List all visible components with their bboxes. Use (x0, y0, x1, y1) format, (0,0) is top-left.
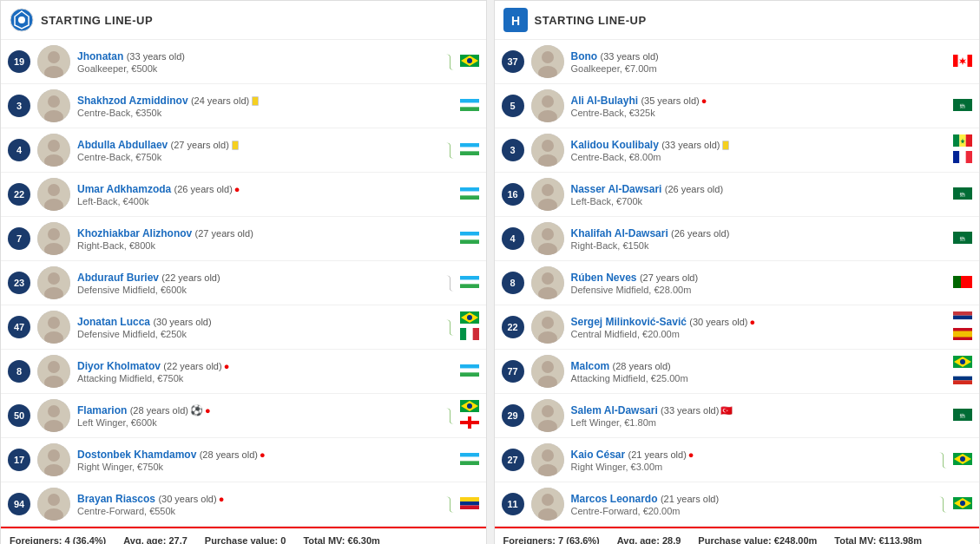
player-name-link[interactable]: Kaio César (571, 449, 626, 461)
player-position-value: Defensive Midfield, €28.00m (571, 285, 944, 295)
jersey-number: 77 (502, 360, 524, 383)
player-action-icons: ⎱ (442, 495, 455, 514)
player-position-value: Centre-Back, €8.00m (571, 152, 944, 162)
player-info: Diyor Kholmatov (22 years old)● Attackin… (77, 360, 450, 383)
player-name-link[interactable]: Abdulla Abdullaev (77, 139, 168, 151)
player-flags: ﷺ (953, 409, 972, 423)
player-position-value: Right Winger, €3.00m (571, 462, 931, 472)
player-name-link[interactable]: Salem Al-Dawsari (571, 404, 658, 416)
jersey-number: 17 (8, 449, 30, 471)
shirt-icon: ⎱ (445, 495, 455, 514)
player-meta: (33 years old) (601, 51, 659, 62)
player-flags (953, 453, 972, 468)
player-name-link[interactable]: Dostonbek Khamdamov (77, 449, 196, 461)
svg-point-4 (48, 51, 60, 63)
player-info: Bono (33 years old) Goalkeeper, €7.00m (571, 50, 944, 74)
player-name-link[interactable]: Khozhiakbar Alizhonov (77, 227, 192, 239)
player-flags (953, 356, 972, 387)
flag-sa: ﷺ (953, 187, 972, 202)
svg-point-85 (542, 95, 554, 108)
jersey-number: 8 (502, 272, 524, 294)
red-marker-icon: ● (234, 184, 240, 194)
player-meta: (22 years old) (161, 272, 220, 283)
player-name-link[interactable]: Brayan Riascos (77, 493, 155, 505)
left-team-logo (10, 8, 34, 32)
turkey-icon: 🇹🇷 (720, 405, 733, 416)
player-name-link[interactable]: Diyor Kholmatov (77, 360, 161, 372)
player-name-link[interactable]: Malcom (571, 360, 610, 372)
jersey-number: 22 (8, 183, 30, 206)
player-meta: (27 years old) (640, 272, 698, 283)
player-action-icons: ⎱ (442, 274, 455, 292)
svg-rect-24 (460, 187, 479, 192)
player-meta: (26 years old) (671, 228, 729, 239)
jersey-number: 4 (8, 139, 30, 161)
svg-point-105 (542, 228, 554, 240)
player-avatar (37, 222, 70, 255)
player-name-link[interactable]: Flamarion (77, 404, 127, 416)
player-meta: (35 years old) (641, 95, 699, 106)
jersey-number: 50 (8, 404, 30, 427)
right-footer: Foreigners: 7 (63.6%) Avg. age: 28.9 Pur… (495, 527, 980, 544)
svg-point-22 (48, 184, 60, 196)
player-name-link[interactable]: Ali Al-Bulayhi (571, 95, 639, 107)
player-action-icons: ⎱ (442, 318, 455, 337)
player-meta: (33 years old) (661, 140, 720, 150)
player-info: Jonatan Lucca (30 years old) Defensive M… (77, 316, 437, 339)
svg-text:ﷺ: ﷺ (959, 413, 965, 418)
player-info: Khalifah Al-Dawsari (26 years old) Right… (571, 227, 944, 251)
player-name-link[interactable]: Jhonatan (77, 50, 123, 62)
svg-rect-26 (460, 195, 479, 200)
flag-br (460, 400, 479, 415)
player-avatar (531, 488, 564, 521)
player-name-link[interactable]: Khalifah Al-Dawsari (571, 227, 668, 239)
player-avatar (531, 399, 564, 432)
player-name-link[interactable]: Sergej Milinković-Savić (571, 316, 687, 328)
svg-rect-117 (953, 311, 972, 316)
player-action-icons: ⎱ (442, 141, 455, 160)
flag-pt (953, 276, 972, 291)
player-row: 29 Salem Al-Dawsari (33 years old)🇹🇷 Lef… (495, 394, 980, 438)
svg-rect-97 (959, 151, 965, 163)
player-name-link[interactable]: Marcos Leonardo (571, 493, 658, 505)
player-name-link[interactable]: Umar Adkhamzoda (77, 183, 171, 195)
svg-rect-14 (460, 107, 479, 111)
svg-point-64 (48, 449, 60, 462)
player-info: Shakhzod Azmiddinov (24 years old) Centr… (77, 95, 450, 118)
player-name-link[interactable]: Kalidou Koulibaly (571, 139, 659, 151)
player-action-icons: ⎱ (442, 407, 455, 425)
player-avatar (531, 222, 564, 255)
svg-rect-36 (460, 276, 479, 280)
svg-rect-62 (460, 421, 479, 424)
player-info: Flamarion (28 years old)⚽● Left Winger, … (77, 404, 437, 428)
player-row: 4 Khalifah Al-Dawsari (26 years old) Rig… (495, 217, 980, 261)
player-meta: (30 years old) (153, 317, 211, 327)
flag-br (460, 55, 479, 69)
player-info: Nasser Al-Dawsari (26 years old) Left-Ba… (571, 183, 944, 206)
svg-rect-92 (953, 134, 959, 147)
player-flags (953, 497, 972, 512)
flag-br (953, 453, 972, 468)
player-name-link[interactable]: Shakhzod Azmiddinov (77, 95, 188, 107)
player-avatar (37, 178, 70, 211)
jersey-number: 3 (8, 95, 30, 117)
jersey-number: 37 (502, 50, 524, 73)
player-info: Abdulla Abdullaev (27 years old) Centre-… (77, 139, 437, 162)
player-avatar (37, 399, 70, 432)
left-team-panel: STARTING LINE-UP 19 Jhonatan (33 years o… (0, 0, 487, 544)
player-action-icons: ⎱ (935, 495, 948, 514)
player-name-link[interactable]: Rúben Neves (571, 272, 637, 284)
player-name-link[interactable]: Abdurauf Buriev (77, 272, 159, 284)
svg-rect-67 (460, 456, 479, 461)
player-position-value: Centre-Back, €750k (77, 152, 437, 162)
svg-point-132 (542, 405, 554, 417)
left-players-list: 19 Jhonatan (33 years old) Goalkeeper, €… (1, 40, 486, 527)
svg-rect-113 (953, 276, 961, 288)
left-team-header: STARTING LINE-UP (1, 1, 486, 40)
player-flags (460, 55, 479, 69)
player-name-link[interactable]: Jonatan Lucca (77, 316, 150, 328)
player-action-icons: ⎱ (442, 53, 455, 71)
player-name-link[interactable]: Bono (571, 50, 598, 62)
svg-rect-20 (460, 151, 479, 155)
player-name-link[interactable]: Nasser Al-Dawsari (571, 183, 662, 195)
